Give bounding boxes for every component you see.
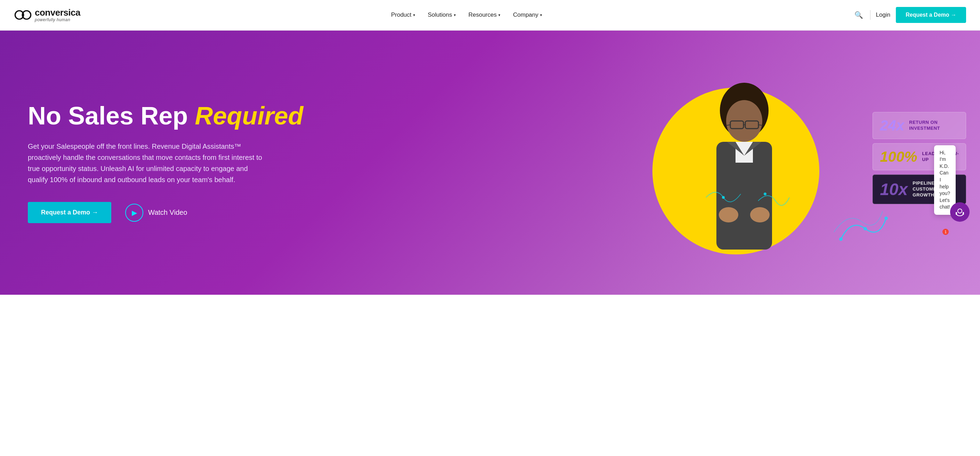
hero-description: Get your Salespeople off the front lines… (28, 141, 264, 185)
svg-rect-19 (963, 212, 964, 215)
nav-link-resources[interactable]: Resources ▾ (468, 11, 500, 18)
svg-point-21 (864, 227, 867, 230)
search-button[interactable]: 🔍 (853, 10, 865, 21)
nav-item-solutions[interactable]: Solutions ▾ (428, 11, 456, 18)
chat-bubble[interactable]: Hi, I'm K.D. Can I help you? Let's chat! (934, 145, 956, 215)
request-demo-hero-button[interactable]: Request a Demo → (28, 202, 111, 223)
svg-point-22 (885, 216, 888, 220)
nav-right: 🔍 Login Request a Demo → (853, 7, 966, 23)
login-link[interactable]: Login (876, 11, 891, 18)
nav-item-product[interactable]: Product ▾ (391, 11, 415, 18)
navbar: conversica powerfully human Product ▾ So… (0, 0, 980, 30)
hero-title: No Sales Rep Required (28, 102, 536, 130)
watch-video-button[interactable]: ▶ Watch Video (125, 204, 187, 222)
logo[interactable]: conversica powerfully human (14, 8, 80, 22)
watch-video-label: Watch Video (148, 208, 187, 216)
hero-buttons: Request a Demo → ▶ Watch Video (28, 202, 536, 223)
play-icon: ▶ (125, 204, 143, 222)
stat-number-pipeline: 10x (880, 180, 908, 199)
svg-point-16 (764, 192, 767, 195)
headset-icon (955, 207, 965, 217)
stat-card-roi: 24x RETURN ONINVESTMENT (873, 112, 966, 139)
hero-left: No Sales Rep Required Get your Salespeop… (28, 102, 536, 223)
logo-icon (14, 9, 32, 21)
chevron-down-icon: ▾ (454, 13, 456, 17)
nav-link-solutions[interactable]: Solutions ▾ (428, 11, 456, 18)
svg-point-14 (750, 207, 770, 222)
svg-rect-10 (735, 142, 753, 163)
logo-name: conversica (35, 8, 80, 18)
nav-item-company[interactable]: Company ▾ (513, 11, 542, 18)
chat-badge: 1 (942, 229, 949, 235)
request-demo-nav-button[interactable]: Request a Demo → (896, 7, 966, 23)
chevron-down-icon: ▾ (498, 13, 500, 17)
hero-title-italic: Required (195, 102, 303, 130)
logo-tagline: powerfully human (35, 18, 80, 22)
stat-number-followup: 100% (880, 148, 917, 165)
svg-point-15 (722, 196, 725, 199)
chat-text: Hi, I'm K.D. Can I help you? Let's chat! (940, 150, 950, 210)
nav-menu: Product ▾ Solutions ▾ Resources ▾ Compan… (391, 11, 542, 18)
decor-swirls (830, 197, 900, 249)
stat-label-roi: RETURN ONINVESTMENT (909, 119, 940, 131)
nav-item-resources[interactable]: Resources ▾ (468, 11, 500, 18)
nav-divider (870, 10, 870, 20)
svg-point-20 (839, 237, 843, 241)
hero-right: 24x RETURN ONINVESTMENT 100% LEAD FOLLOW… (536, 76, 952, 249)
chevron-down-icon: ▾ (540, 13, 542, 17)
nav-link-company[interactable]: Company ▾ (513, 11, 542, 18)
hero-section: No Sales Rep Required Get your Salespeop… (0, 30, 980, 295)
stat-number-roi: 24x (880, 117, 904, 134)
svg-point-13 (719, 207, 738, 222)
person-illustration (689, 76, 800, 249)
search-icon: 🔍 (854, 11, 863, 19)
chat-avatar[interactable] (950, 202, 970, 222)
nav-link-product[interactable]: Product ▾ (391, 11, 415, 18)
svg-rect-18 (956, 212, 957, 215)
logo-text: conversica powerfully human (35, 8, 80, 22)
svg-point-17 (958, 209, 962, 213)
hero-title-plain: No Sales Rep (28, 102, 195, 130)
chevron-down-icon: ▾ (413, 13, 415, 17)
